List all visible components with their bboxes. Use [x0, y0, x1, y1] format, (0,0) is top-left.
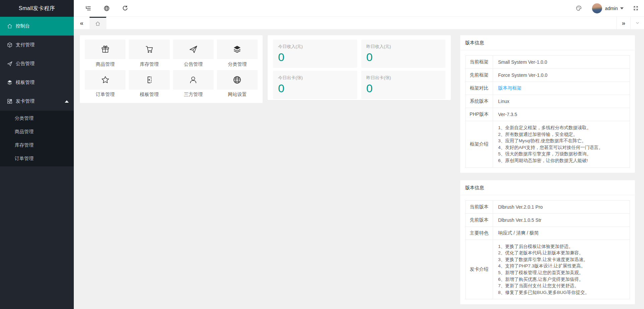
- main-column: admin « » 商品管理库存管理公告管理分类管理订单管理模板管理三方管理网站…: [74, 0, 644, 309]
- door-icon: [145, 75, 154, 85]
- table-row: PHP版本Ver-7.3.5: [466, 108, 630, 121]
- shortcut-product-button[interactable]: [85, 40, 125, 59]
- layers-icon: [7, 80, 13, 86]
- chevron-down-icon[interactable]: [620, 7, 624, 9]
- row-value: Linux: [493, 95, 630, 108]
- chevron-up-icon: [65, 100, 69, 103]
- table-row: 系统版本Linux: [466, 95, 630, 108]
- shortcut-inventory: 库存管理: [129, 40, 169, 70]
- panel-body: 当前框架Small System Ver-1.0.0先前框架Force Syst…: [460, 50, 635, 173]
- sidebar-item-label: 模板管理: [16, 80, 35, 86]
- row-value: Force System Ver-1.0.0: [493, 69, 630, 82]
- shortcut-label: 三方管理: [184, 90, 203, 100]
- intro-line: 1、更换了后台模板让体验更加舒适。: [498, 243, 625, 250]
- row-label: 框架对比: [466, 82, 493, 95]
- table-row: 先前框架Force System Ver-1.0.0: [466, 69, 630, 82]
- shortcut-third-party-button[interactable]: [173, 70, 214, 90]
- avatar[interactable]: [592, 3, 602, 13]
- shortcut-label: 模板管理: [140, 90, 159, 100]
- intro-line: 2、优化了老版本代码,让新版本更加兼容。: [498, 250, 625, 256]
- table-row: 当前框架Small System Ver-1.0.0: [466, 56, 630, 69]
- cart-icon: [145, 45, 154, 54]
- sidebar-item-console[interactable]: 控制台: [0, 17, 74, 36]
- username[interactable]: admin: [605, 6, 618, 11]
- shortcut-order: 订单管理: [85, 70, 125, 101]
- shortcut-label: 库存管理: [140, 59, 159, 69]
- topbar: admin: [74, 0, 644, 17]
- shortcuts-card: 商品管理库存管理公告管理分类管理订单管理模板管理三方管理网站设置: [80, 35, 263, 103]
- refresh-icon[interactable]: [121, 4, 129, 12]
- stat-value: 0: [278, 82, 352, 95]
- shortcut-label: 订单管理: [96, 90, 115, 100]
- sidebar-item-label: 控制台: [16, 23, 30, 29]
- shortcut-label: 分类管理: [228, 59, 247, 69]
- intro-line: 4、友好的API支持，您甚至可以对接任何一门语言。: [498, 144, 625, 151]
- scroll-tabs-left-icon[interactable]: «: [74, 17, 90, 29]
- shortcut-site-settings-button[interactable]: [217, 70, 258, 90]
- shortcut-category-button[interactable]: [217, 40, 258, 59]
- sidebar-subitem-product[interactable]: 商品管理: [0, 125, 74, 139]
- sidebar-item-label: 公告管理: [16, 61, 35, 67]
- tab-home[interactable]: [90, 17, 106, 29]
- intro-line: 5、强大的数据库引擎支撑，万级数据秒查询。: [498, 151, 625, 157]
- sidebar-item-label: 发卡管理: [16, 98, 35, 104]
- collapse-menu-icon[interactable]: [84, 4, 92, 12]
- theme-palette-icon[interactable]: [576, 5, 582, 11]
- sidebar: Small发卡程序 控制台支付管理公告管理模板管理发卡管理分类管理商品管理库存管…: [0, 0, 74, 309]
- panel-title: 版本信息: [460, 180, 635, 195]
- shortcut-label: 商品管理: [96, 59, 115, 69]
- sidebar-subitem-category[interactable]: 分类管理: [0, 112, 74, 125]
- star-icon: [101, 75, 110, 85]
- shortcut-order-button[interactable]: [85, 70, 125, 90]
- stat-label: 昨日出卡(张): [366, 75, 440, 81]
- sidebar-subitem-inventory[interactable]: 库存管理: [0, 139, 74, 152]
- stat-label: 今日出卡(张): [278, 75, 352, 81]
- shortcut-announcement-button[interactable]: [173, 40, 214, 59]
- version-table: 当前框架Small System Ver-1.0.0先前框架Force Syst…: [465, 55, 630, 168]
- stat-label: 今日收入(元): [278, 44, 352, 50]
- version-table: 当前版本Dlbrush Ver.2.0.1 Pro先前版本Dlbrush Ver…: [465, 200, 630, 300]
- scroll-tabs-right-icon[interactable]: »: [616, 17, 630, 29]
- globe-icon: [232, 75, 242, 85]
- intro-line: 7、更新了当面付支付,让您支付更舒适。: [498, 282, 625, 289]
- stat-label: 昨日收入(元): [366, 44, 440, 50]
- sidebar-item-payment[interactable]: 支付管理: [0, 36, 74, 54]
- intro-line: 6、原创周期动态加密，让你的数据无人能破!: [498, 157, 625, 164]
- sidebar-item-label: 支付管理: [16, 42, 35, 48]
- intro-line: 1、全新自定义框架，多线程分布式数据读取。: [498, 124, 625, 131]
- row-value: Small System Ver-1.0.0: [493, 56, 630, 69]
- shortcut-product: 商品管理: [85, 40, 125, 70]
- tab-options-chevron-icon[interactable]: [630, 17, 644, 29]
- intro-line: 3、应用了Mysql协程,使您数据库不在阵亡。: [498, 138, 625, 144]
- app-title: Small发卡程序: [0, 0, 74, 17]
- user-icon: [189, 75, 198, 85]
- sidebar-item-announcement[interactable]: 公告管理: [0, 54, 74, 73]
- shortcut-label: 网站设置: [228, 90, 247, 100]
- fullscreen-icon[interactable]: [633, 5, 639, 11]
- stat-value: 0: [366, 51, 440, 64]
- shortcut-third-party: 三方管理: [173, 70, 214, 101]
- row-value: 1、更换了后台模板让体验更加舒适。2、优化了老版本代码,让新版本更加兼容。3、更…: [493, 240, 630, 299]
- panel-title: 版本信息: [460, 35, 635, 50]
- stat-box: 今日收入(元)0: [273, 40, 357, 68]
- table-row: 先前版本Dlbrush Ver.1.0.5 Str: [466, 213, 630, 226]
- intro-line: 8、修复了更多已知BUG,更多BUG等你提交。: [498, 289, 625, 296]
- row-label: 框架介绍: [466, 121, 493, 168]
- sidebar-subitem-order[interactable]: 订单管理: [0, 152, 74, 165]
- shortcut-inventory-button[interactable]: [129, 40, 169, 59]
- sidebar-item-template[interactable]: 模板管理: [0, 73, 74, 92]
- table-row: 发卡介绍1、更换了后台模板让体验更加舒适。2、优化了老版本代码,让新版本更加兼容…: [466, 240, 630, 299]
- sidebar-item-card-issuing[interactable]: 发卡管理: [0, 92, 74, 111]
- row-value: 响应式 / 清爽 / 极简: [493, 226, 630, 240]
- row-value: 版本与框架: [493, 82, 630, 95]
- version-compare-link[interactable]: 版本与框架: [498, 85, 522, 91]
- home-icon: [7, 23, 13, 29]
- row-label: 当前版本: [466, 200, 493, 213]
- globe-icon[interactable]: [103, 4, 111, 12]
- shortcut-template: 模板管理: [129, 70, 169, 101]
- shortcut-template-button[interactable]: [129, 70, 169, 90]
- intro-line: 4、支持了PHP7.3版本设计,让扩展性更高。: [498, 263, 625, 269]
- app-grid-icon: [7, 98, 13, 104]
- stats-card: 今日收入(元)0昨日收入(元)0今日出卡(张)0昨日出卡(张)0: [268, 35, 451, 100]
- row-value: 1、全新自定义框架，多线程分布式数据读取。2、所有数据通过加密传输，安全稳定。3…: [493, 121, 630, 168]
